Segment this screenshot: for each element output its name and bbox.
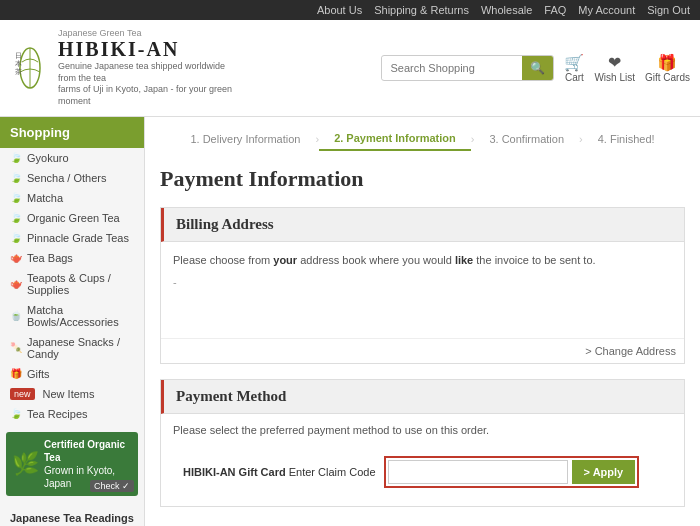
teabag-icon: 🫖	[10, 252, 22, 263]
giftcard-icon: 🎁	[657, 53, 677, 72]
sidebar: Shopping 🍃 Gyokuro 🍃 Sencha / Others 🍃 M…	[0, 117, 145, 526]
sidebar-title: Shopping	[0, 117, 144, 148]
payment-section-header: Payment Method	[161, 380, 684, 414]
sidebar-item-matcha[interactable]: 🍃 Matcha	[0, 188, 144, 208]
sidebar-item-matcha-bowls[interactable]: 🍵 Matcha Bowls/Accessories	[0, 300, 144, 332]
main-content: 1. Delivery Information › 2. Payment Inf…	[145, 117, 700, 526]
leaf-icon: 🍃	[10, 232, 22, 243]
main-container: Shopping 🍃 Gyokuro 🍃 Sencha / Others 🍃 M…	[0, 117, 700, 526]
gift-card-input-group: > Apply	[384, 456, 640, 488]
my-account-link[interactable]: My Account	[578, 4, 635, 16]
site-header: 日 本 茶 Japanese Green Tea HIBIKI-AN Genui…	[0, 20, 700, 117]
snack-icon: 🍡	[10, 342, 22, 353]
wishlist-icon-item[interactable]: ❤ Wish List	[594, 53, 635, 83]
teapot-icon: 🫖	[10, 278, 22, 289]
cart-icon-item[interactable]: 🛒 Cart	[564, 53, 584, 83]
sidebar-item-organic[interactable]: 🍃 Organic Green Tea	[0, 208, 144, 228]
search-input[interactable]	[382, 57, 522, 79]
leaf-icon: 🍃	[10, 212, 22, 223]
gift-card-label: HIBIKI-AN Gift Card Enter Claim Code	[183, 466, 376, 478]
giftcards-icon-item[interactable]: 🎁 Gift Cards	[645, 53, 690, 83]
step-delivery[interactable]: 1. Delivery Information	[175, 128, 315, 150]
top-navigation: About Us Shipping & Returns Wholesale FA…	[0, 0, 700, 20]
leaf-icon: 🍃	[10, 408, 22, 419]
change-address-button[interactable]: > Change Address	[585, 345, 676, 357]
step-finished[interactable]: 4. Finished!	[583, 128, 670, 150]
wholesale-link[interactable]: Wholesale	[481, 4, 532, 16]
gift-card-row: HIBIKI-AN Gift Card Enter Claim Code > A…	[173, 448, 672, 496]
apply-button[interactable]: > Apply	[572, 460, 636, 484]
billing-instruction: Please choose from your address book whe…	[173, 254, 672, 266]
payment-instruction: Please select the preferred payment meth…	[173, 424, 672, 436]
cart-icon: 🛒	[564, 53, 584, 72]
leaf-icon: 🍃	[10, 192, 22, 203]
payment-section-body: Please select the preferred payment meth…	[161, 414, 684, 506]
sidebar-item-gifts[interactable]: 🎁 Gifts	[0, 364, 144, 384]
svg-text:茶: 茶	[15, 68, 22, 76]
sign-out-link[interactable]: Sign Out	[647, 4, 690, 16]
leaf-icon: 🍃	[10, 152, 22, 163]
about-us-link[interactable]: About Us	[317, 4, 362, 16]
logo-area[interactable]: 日 本 茶 Japanese Green Tea HIBIKI-AN Genui…	[10, 28, 238, 108]
logo-icon: 日 本 茶	[10, 43, 50, 93]
wishlist-icon: ❤	[608, 53, 621, 72]
sidebar-item-teabags[interactable]: 🫖 Tea Bags	[0, 248, 144, 268]
step-confirmation[interactable]: 3. Confirmation	[474, 128, 579, 150]
checkout-steps: 1. Delivery Information › 2. Payment Inf…	[160, 127, 685, 151]
sidebar-item-tea-recipes[interactable]: 🍃 Tea Recipes	[0, 404, 144, 424]
sidebar-item-teapots[interactable]: 🫖 Teapots & Cups / Supplies	[0, 268, 144, 300]
svg-text:本: 本	[15, 60, 22, 68]
gift-card-input[interactable]	[388, 460, 568, 484]
svg-text:日: 日	[15, 52, 22, 60]
certified-banner[interactable]: 🌿 Certified Organic Tea Grown in Kyoto, …	[6, 432, 138, 496]
step-payment[interactable]: 2. Payment Information	[319, 127, 471, 151]
faq-link[interactable]: FAQ	[544, 4, 566, 16]
bowl-icon: 🍵	[10, 310, 22, 321]
search-button[interactable]: 🔍	[522, 56, 553, 80]
readings-title: Japanese Tea Readings	[0, 504, 144, 526]
sidebar-item-gyokuro[interactable]: 🍃 Gyokuro	[0, 148, 144, 168]
billing-address-section: Billing Address Please choose from your …	[160, 207, 685, 364]
sidebar-item-snacks[interactable]: 🍡 Japanese Snacks / Candy	[0, 332, 144, 364]
billing-section-body: Please choose from your address book whe…	[161, 242, 684, 338]
shipping-returns-link[interactable]: Shipping & Returns	[374, 4, 469, 16]
address-display-area: -	[173, 276, 672, 326]
change-address-area: > Change Address	[161, 338, 684, 363]
organic-icon: 🌿	[12, 451, 39, 477]
logo-text: Japanese Green Tea HIBIKI-AN Genuine Jap…	[58, 28, 238, 108]
header-right: 🔍 🛒 Cart ❤ Wish List 🎁 Gift Cards	[381, 53, 690, 83]
leaf-icon: 🍃	[10, 172, 22, 183]
sidebar-item-sencha[interactable]: 🍃 Sencha / Others	[0, 168, 144, 188]
search-bar[interactable]: 🔍	[381, 55, 554, 81]
sidebar-item-pinnacle[interactable]: 🍃 Pinnacle Grade Teas	[0, 228, 144, 248]
payment-method-section: Payment Method Please select the preferr…	[160, 379, 685, 507]
sidebar-item-new[interactable]: new New Items	[0, 384, 144, 404]
page-title: Payment Information	[160, 166, 685, 192]
billing-section-header: Billing Address	[161, 208, 684, 242]
gift-icon: 🎁	[10, 368, 22, 379]
